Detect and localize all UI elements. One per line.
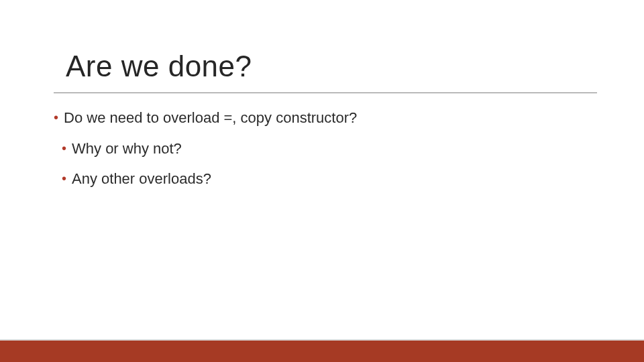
slide-body: • Do we need to overload =, copy constru… bbox=[54, 109, 590, 200]
bullet-text: Do we need to overload =, copy construct… bbox=[64, 109, 357, 127]
bullet-dot-icon: • bbox=[62, 170, 66, 187]
bullet-dot-icon: • bbox=[54, 109, 58, 126]
bullet-text: Any other overloads? bbox=[72, 170, 211, 188]
bullet-item: • Why or why not? bbox=[54, 139, 590, 158]
slide: Are we done? • Do we need to overload =,… bbox=[0, 0, 644, 362]
bullet-item: • Do we need to overload =, copy constru… bbox=[54, 109, 590, 127]
bullet-dot-icon: • bbox=[62, 139, 66, 157]
slide-title: Are we done? bbox=[66, 50, 590, 83]
bullet-item: • Any other overloads? bbox=[54, 170, 590, 188]
footer-bar bbox=[0, 341, 644, 362]
title-divider bbox=[54, 93, 597, 93]
bullet-text: Why or why not? bbox=[72, 139, 182, 158]
